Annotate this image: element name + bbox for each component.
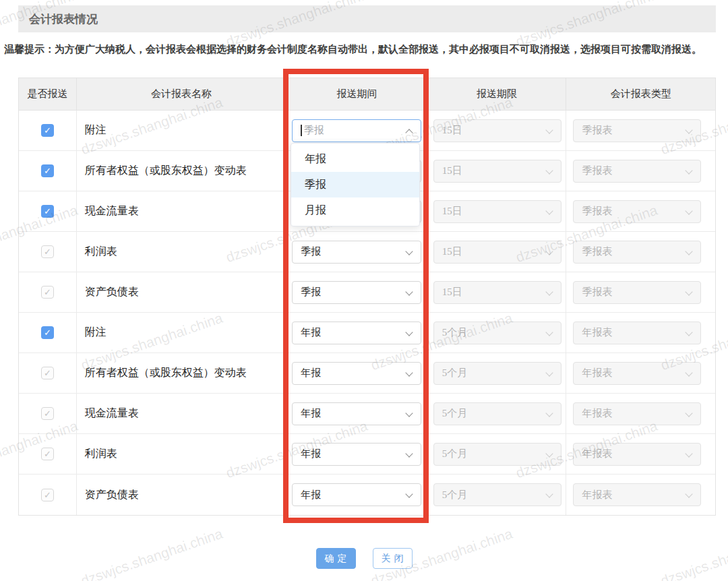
chevron-down-icon xyxy=(406,409,413,417)
chevron-down-icon xyxy=(686,328,693,336)
period-select[interactable]: 年报 xyxy=(292,402,421,425)
deadline-cell: 15日 xyxy=(428,151,567,191)
report-type-select: 季报表 xyxy=(573,200,701,223)
deadline-select: 5个月 xyxy=(433,402,562,425)
report-type-select: 年报表 xyxy=(573,402,701,425)
chevron-down-icon xyxy=(545,288,553,295)
check-icon: ✓ xyxy=(44,369,51,377)
period-select[interactable]: 季报 xyxy=(292,281,421,304)
deadline-value: 15日 xyxy=(442,205,462,218)
dropdown-option[interactable]: 月报 xyxy=(291,197,419,223)
page-title: 会计报表情况 xyxy=(29,11,98,27)
period-select[interactable]: 年报 xyxy=(292,483,421,506)
check-icon: ✓ xyxy=(44,166,51,175)
report-type-value: 年报表 xyxy=(582,448,612,460)
submit-cell: ✓ xyxy=(19,272,77,312)
deadline-select: 15日 xyxy=(433,241,562,264)
submit-cell: ✓ xyxy=(19,434,77,474)
report-type-value: 年报表 xyxy=(582,489,612,501)
deadline-select: 15日 xyxy=(433,119,562,142)
check-icon: ✓ xyxy=(44,247,51,256)
chevron-down-icon xyxy=(406,328,413,336)
chevron-down-icon xyxy=(545,450,553,457)
deadline-value: 5个月 xyxy=(442,326,468,339)
submit-checkbox: ✓ xyxy=(41,489,54,501)
period-select[interactable]: 季报 xyxy=(292,119,421,142)
period-select[interactable]: 年报 xyxy=(292,362,421,385)
chevron-down-icon xyxy=(545,490,553,497)
section-title-bar: 会计报表情况 xyxy=(18,5,716,32)
deadline-value: 5个月 xyxy=(442,367,468,379)
period-select[interactable]: 季报 xyxy=(292,241,421,264)
check-icon: ✓ xyxy=(44,126,51,135)
column-header: 报送期限 xyxy=(428,78,567,110)
table-row: ✓附注年报5个月年报表 xyxy=(19,313,715,353)
chevron-down-icon xyxy=(686,490,693,497)
table-row: ✓所有者权益（或股东权益）变动表年报5个月年报表 xyxy=(19,353,715,394)
period-cell: 季报 xyxy=(286,232,428,272)
deadline-select: 15日 xyxy=(433,160,562,183)
chevron-down-icon xyxy=(545,247,553,255)
check-icon: ✓ xyxy=(44,409,51,418)
submit-checkbox[interactable]: ✓ xyxy=(41,164,54,177)
period-cell: 年报 xyxy=(286,353,428,393)
dropdown-option[interactable]: 季报 xyxy=(291,172,419,197)
deadline-cell: 15日 xyxy=(428,111,567,150)
submit-checkbox: ✓ xyxy=(41,286,54,299)
submit-checkbox: ✓ xyxy=(41,448,54,460)
period-select[interactable]: 年报 xyxy=(292,443,421,466)
period-select[interactable]: 年报 xyxy=(292,322,421,344)
submit-checkbox[interactable]: ✓ xyxy=(41,205,54,218)
table-row: ✓资产负债表年报5个月年报表 xyxy=(19,475,715,515)
table-row: ✓资产负债表季报15日季报表 xyxy=(19,272,715,313)
deadline-value: 15日 xyxy=(442,286,462,299)
deadline-cell: 15日 xyxy=(428,191,567,231)
deadline-cell: 5个月 xyxy=(428,353,567,393)
deadline-cell: 15日 xyxy=(428,232,567,272)
submit-checkbox: ✓ xyxy=(41,407,54,420)
report-type-select: 年报表 xyxy=(573,483,701,506)
deadline-value: 15日 xyxy=(442,245,462,258)
report-name: 现金流量表 xyxy=(77,191,286,231)
text-cursor xyxy=(301,125,302,136)
report-type-value: 季报表 xyxy=(582,124,612,137)
chevron-down-icon xyxy=(545,207,553,214)
report-type-select: 季报表 xyxy=(573,281,701,304)
column-header: 是否报送 xyxy=(19,78,77,110)
submit-checkbox[interactable]: ✓ xyxy=(41,326,54,339)
chevron-down-icon xyxy=(686,288,693,295)
check-icon: ✓ xyxy=(44,328,51,337)
report-type-cell: 年报表 xyxy=(566,475,715,515)
close-button[interactable]: 关闭 xyxy=(373,548,413,569)
chevron-down-icon xyxy=(686,247,693,255)
report-type-cell: 季报表 xyxy=(566,232,715,272)
submit-cell: ✓ xyxy=(19,313,77,353)
submit-cell: ✓ xyxy=(19,151,77,191)
submit-cell: ✓ xyxy=(19,475,77,515)
period-dropdown: 年报季报月报 xyxy=(291,143,420,226)
report-type-select: 年报表 xyxy=(573,443,701,466)
dropdown-option[interactable]: 年报 xyxy=(291,146,419,172)
submit-checkbox[interactable]: ✓ xyxy=(41,124,54,137)
chevron-down-icon xyxy=(545,369,553,376)
column-header: 报送期间 xyxy=(286,78,428,110)
chevron-down-icon xyxy=(686,166,693,174)
chevron-down-icon xyxy=(406,288,413,295)
submit-cell: ✓ xyxy=(19,191,77,231)
report-type-select: 季报表 xyxy=(573,160,701,183)
column-header: 会计报表类型 xyxy=(566,78,715,110)
confirm-button[interactable]: 确定 xyxy=(316,548,356,569)
chevron-down-icon xyxy=(406,369,413,376)
deadline-select: 5个月 xyxy=(433,362,562,385)
submit-checkbox: ✓ xyxy=(41,367,54,379)
report-type-cell: 年报表 xyxy=(566,434,715,474)
report-name: 现金流量表 xyxy=(77,394,286,433)
submit-cell: ✓ xyxy=(19,394,77,433)
period-value: 年报 xyxy=(301,367,321,379)
submit-checkbox: ✓ xyxy=(41,245,54,258)
deadline-cell: 5个月 xyxy=(428,475,567,515)
deadline-select: 15日 xyxy=(433,200,562,223)
report-name: 所有者权益（或股东权益）变动表 xyxy=(77,353,286,393)
deadline-select: 5个月 xyxy=(433,443,562,466)
table-row: ✓现金流量表年报5个月年报表 xyxy=(19,394,715,434)
